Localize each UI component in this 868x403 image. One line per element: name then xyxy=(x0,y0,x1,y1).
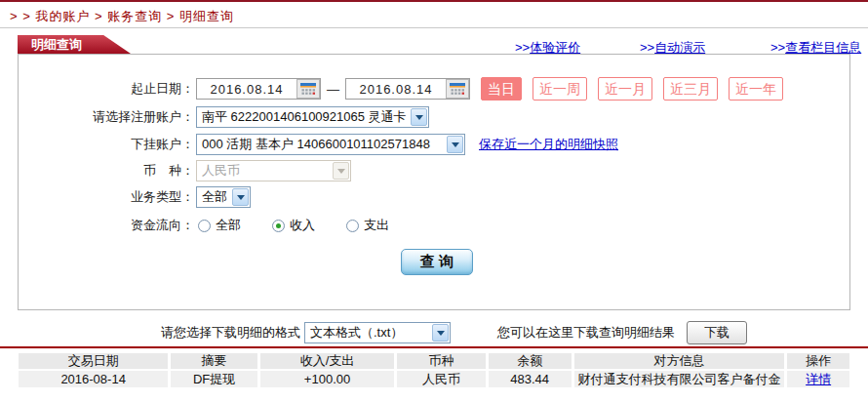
cell-currency: 人民币 xyxy=(397,371,486,387)
result-table: 交易日期 摘要 收入/支出 币种 余额 对方信息 操作 2016-08-14 D… xyxy=(16,351,852,389)
download-row: 请您选择下载明细的格式 文本格式（.txt） 您可以在这里下载查询明细结果 下载 xyxy=(0,320,868,345)
cell-counterparty: 财付通支付科技有限公司客户备付金 xyxy=(574,371,785,387)
date-separator: — xyxy=(327,82,339,97)
range-button-last-year[interactable]: 近一年 xyxy=(729,77,783,101)
sub-account-value: 000 活期 基本户 1406600101102571848 xyxy=(197,136,446,153)
breadcrumb-divider xyxy=(0,27,868,28)
currency-label: 币 种： xyxy=(19,162,194,180)
register-account-label: 请选择注册账户： xyxy=(19,108,194,126)
calendar-icon[interactable] xyxy=(446,79,469,99)
sub-account-label: 下挂账户： xyxy=(19,136,194,153)
register-account-value: 南平 6222001406100921065 灵通卡 xyxy=(197,108,410,126)
col-header-counterparty: 对方信息 xyxy=(574,353,785,369)
calendar-glyph xyxy=(300,83,316,96)
save-snapshot-link[interactable]: 保存近一个月的明细快照 xyxy=(479,136,618,153)
radio-all[interactable] xyxy=(198,220,211,232)
query-form-panel: 起止日期： 2016.08.14 — 201 xyxy=(18,54,850,310)
col-header-summary: 摘要 xyxy=(171,353,257,369)
breadcrumb: > > 我的账户 > 账务查询 > 明细查询 xyxy=(10,8,234,25)
currency-select: 人民币 xyxy=(196,160,351,181)
link-prefix: >> xyxy=(515,40,530,55)
link-label: 查看栏目信息 xyxy=(785,40,861,55)
radio-expense[interactable] xyxy=(346,220,359,232)
biz-type-select[interactable]: 全部 xyxy=(196,186,251,208)
date-to-value: 2016.08.14 xyxy=(346,82,446,97)
col-header-date: 交易日期 xyxy=(19,353,168,369)
download-format-select[interactable]: 文本格式（.txt） xyxy=(304,322,451,343)
fund-flow-label: 资金流向： xyxy=(19,217,194,234)
top-accent-line xyxy=(0,0,868,2)
date-range-label: 起止日期： xyxy=(19,80,194,98)
currency-value: 人民币 xyxy=(197,162,332,180)
sub-account-select[interactable]: 000 活期 基本户 1406600101102571848 xyxy=(196,134,465,155)
register-account-row: 请选择注册账户： 南平 6222001406100921065 灵通卡 xyxy=(19,105,429,129)
link-prefix: >> xyxy=(640,40,654,55)
tab-detail-query[interactable]: 明细查询 xyxy=(18,35,131,54)
radio-income[interactable] xyxy=(272,220,285,232)
biz-type-row: 业务类型： 全部 xyxy=(19,185,251,209)
col-header-amount: 收入/支出 xyxy=(260,353,394,369)
date-to-input[interactable]: 2016.08.14 xyxy=(345,78,470,100)
range-button-last-3-months[interactable]: 近三月 xyxy=(663,77,718,101)
calendar-glyph xyxy=(450,83,465,96)
tab-label: 明细查询 xyxy=(31,37,82,52)
col-header-currency: 币种 xyxy=(397,353,486,369)
chevron-down-icon xyxy=(432,324,449,342)
sub-account-row: 下挂账户： 000 活期 基本户 1406600101102571848 保存近… xyxy=(19,133,618,156)
calendar-icon[interactable] xyxy=(296,79,320,99)
cell-action: 详情 xyxy=(787,371,849,387)
register-account-select[interactable]: 南平 6222001406100921065 灵通卡 xyxy=(196,106,429,128)
radio-expense-label: 支出 xyxy=(364,217,389,234)
date-from-value: 2016.08.14 xyxy=(197,82,296,97)
detail-link[interactable]: 详情 xyxy=(806,372,831,386)
fund-flow-row: 资金流向： 全部 收入 支出 xyxy=(19,214,389,237)
chevron-down-icon xyxy=(232,188,249,206)
query-button[interactable]: 查 询 xyxy=(401,249,473,275)
download-format-value: 文本格式（.txt） xyxy=(305,324,431,342)
table-row: 2016-08-14 DF提现 +100.00 人民币 483.44 财付通支付… xyxy=(19,371,849,387)
link-label: 体验评价 xyxy=(530,40,580,55)
link-label: 自动演示 xyxy=(654,40,705,55)
cell-amount: +100.00 xyxy=(260,371,394,387)
table-top-rule xyxy=(0,346,868,348)
download-format-label: 请您选择下载明细的格式 xyxy=(161,324,300,342)
radio-income-label: 收入 xyxy=(290,217,315,234)
date-range-row: 起止日期： 2016.08.14 — 201 xyxy=(19,77,783,101)
table-header-row: 交易日期 摘要 收入/支出 币种 余额 对方信息 操作 xyxy=(19,353,849,369)
range-button-last-week[interactable]: 近一周 xyxy=(533,77,587,101)
detail-query-page: > > 我的账户 > 账务查询 > 明细查询 明细查询 >>体验评价 >>自动演… xyxy=(0,0,868,403)
range-button-last-month[interactable]: 近一月 xyxy=(598,77,652,101)
cell-balance: 483.44 xyxy=(489,371,572,387)
radio-all-label: 全部 xyxy=(216,217,241,234)
cell-date: 2016-08-14 xyxy=(19,371,168,387)
download-hint: 您可以在这里下载查询明细结果 xyxy=(497,324,675,342)
cell-summary: DF提现 xyxy=(171,371,257,387)
chevron-down-icon xyxy=(447,136,463,153)
download-button[interactable]: 下载 xyxy=(687,321,747,344)
biz-type-value: 全部 xyxy=(197,188,231,206)
date-from-input[interactable]: 2016.08.14 xyxy=(196,78,321,100)
col-header-action: 操作 xyxy=(787,353,849,369)
currency-row: 币 种： 人民币 xyxy=(19,159,351,182)
biz-type-label: 业务类型： xyxy=(19,188,194,206)
range-button-today[interactable]: 当日 xyxy=(481,77,522,101)
chevron-down-icon xyxy=(411,108,427,126)
col-header-balance: 余额 xyxy=(489,353,572,369)
chevron-down-icon xyxy=(333,162,349,180)
link-prefix: >> xyxy=(770,40,785,55)
